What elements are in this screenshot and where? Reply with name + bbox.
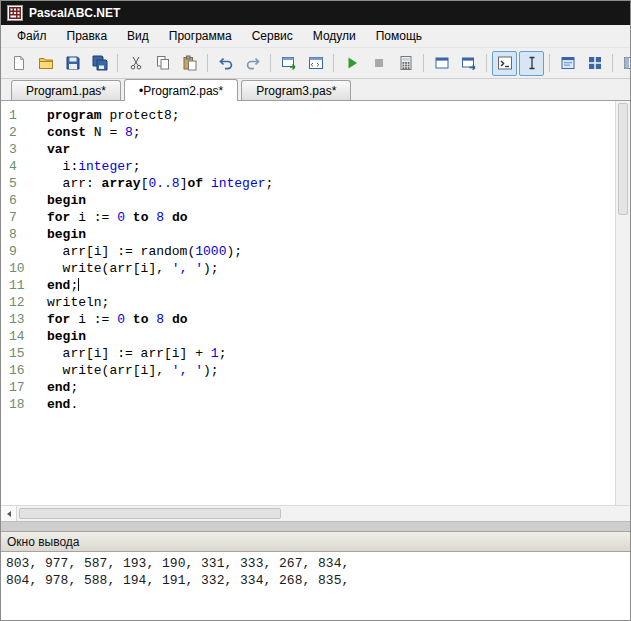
code-line[interactable]: var	[47, 141, 615, 158]
redo-button[interactable]	[240, 51, 265, 76]
tab-bar: Program1.pas*•Program2.pas*Program3.pas*	[1, 79, 630, 101]
code-line[interactable]: begin	[47, 192, 615, 209]
line-number-gutter: 123456789101112131415161718	[1, 101, 39, 505]
window-icon	[434, 55, 450, 71]
cut-button[interactable]	[123, 51, 148, 76]
code-segment: writeln;	[47, 295, 109, 310]
paste-icon	[182, 55, 198, 71]
output-panel-title: Окно вывода	[7, 535, 80, 549]
save-button[interactable]	[60, 51, 85, 76]
code-line[interactable]: writeln;	[47, 294, 615, 311]
horizontal-scrollbar-track[interactable]	[17, 506, 630, 521]
code-editor[interactable]: 123456789101112131415161718 program prot…	[1, 101, 630, 505]
code-segment	[164, 312, 172, 327]
code-segment: array	[102, 176, 141, 191]
window-title: PascalABC.NET	[29, 6, 120, 20]
code-line[interactable]: begin	[47, 226, 615, 243]
save-all-button[interactable]	[87, 51, 112, 76]
code-segment	[125, 312, 133, 327]
tab-program2[interactable]: •Program2.pas*	[124, 79, 238, 101]
code-segment: integer	[78, 159, 133, 174]
panel-splitter[interactable]	[1, 521, 630, 531]
code-line[interactable]: arr[i] := arr[i] + 1;	[47, 345, 615, 362]
code-segment: arr[i] := random(	[47, 244, 195, 259]
tab-program1[interactable]: Program1.pas*	[11, 80, 121, 101]
menu-file[interactable]: Файл	[7, 25, 57, 47]
show-code-button[interactable]	[303, 51, 328, 76]
toggle-output-window-button[interactable]	[492, 51, 517, 76]
code-line[interactable]: arr[i] := random(1000);	[47, 243, 615, 260]
output-line: 803, 977, 587, 193, 190, 331, 333, 267, …	[6, 555, 625, 572]
code-line[interactable]: for i := 0 to 8 do	[47, 311, 615, 328]
stop-button[interactable]	[366, 51, 391, 76]
window-list-button[interactable]	[429, 51, 454, 76]
compile-button[interactable]	[393, 51, 418, 76]
horizontal-scrollbar[interactable]	[1, 505, 630, 521]
menu-view[interactable]: Вид	[117, 25, 159, 47]
tab-program3[interactable]: Program3.pas*	[241, 80, 351, 101]
code-segment: var	[47, 142, 70, 157]
save-all-icon	[92, 55, 108, 71]
output-panel-body: 803, 977, 587, 193, 190, 331, 333, 267, …	[1, 552, 630, 620]
code-segment: ', '	[172, 363, 203, 378]
menu-help[interactable]: Помощь	[366, 25, 432, 47]
code-line[interactable]: end;	[47, 277, 615, 294]
code-line[interactable]: write(arr[i], ', ');	[47, 362, 615, 379]
line-number: 16	[9, 362, 39, 379]
code-segment: );	[226, 244, 242, 259]
redo-icon	[245, 55, 261, 71]
paste-button[interactable]	[177, 51, 202, 76]
run-button[interactable]	[339, 51, 364, 76]
code-segment: program	[47, 108, 102, 123]
line-number: 2	[9, 124, 39, 141]
code-line[interactable]: arr: array[0..8]of integer;	[47, 175, 615, 192]
open-folder-icon	[38, 55, 54, 71]
code-line[interactable]: begin	[47, 328, 615, 345]
menu-edit[interactable]: Правка	[57, 25, 118, 47]
toolbar-separator	[270, 54, 271, 72]
code-segment: to	[133, 210, 149, 225]
copy-button[interactable]	[150, 51, 175, 76]
code-segment: .	[70, 397, 78, 412]
dock-left-button[interactable]	[618, 51, 631, 76]
code-segment: i:	[47, 159, 78, 174]
code-area[interactable]: program protect8;const N = 8;var i:integ…	[39, 101, 615, 505]
code-line[interactable]: end;	[47, 379, 615, 396]
code-segment: begin	[47, 329, 86, 344]
open-file-button[interactable]	[33, 51, 58, 76]
toggle-text-cursor-button[interactable]	[519, 51, 544, 76]
code-segment: ;	[70, 380, 78, 395]
code-segment: );	[203, 363, 219, 378]
horizontal-scrollbar-thumb[interactable]	[19, 508, 281, 519]
show-form-button[interactable]	[276, 51, 301, 76]
menu-modules[interactable]: Модули	[303, 25, 366, 47]
scroll-left-arrow-icon[interactable]	[1, 506, 17, 521]
code-segment: 1	[211, 346, 219, 361]
code-segment: to	[133, 312, 149, 327]
code-line[interactable]: for i := 0 to 8 do	[47, 209, 615, 226]
line-number: 17	[9, 379, 39, 396]
code-line[interactable]: i:integer;	[47, 158, 615, 175]
new-file-button[interactable]	[6, 51, 31, 76]
symbols-grid-button[interactable]	[582, 51, 607, 76]
menu-service[interactable]: Сервис	[242, 25, 303, 47]
console-prompt-icon	[497, 55, 513, 71]
vertical-scrollbar[interactable]	[615, 101, 630, 505]
vertical-scrollbar-thumb[interactable]	[618, 103, 628, 215]
code-line[interactable]: end.	[47, 396, 615, 413]
code-line[interactable]: write(arr[i], ', ');	[47, 260, 615, 277]
undo-button[interactable]	[213, 51, 238, 76]
line-number: 12	[9, 294, 39, 311]
code-line[interactable]: program protect8;	[47, 107, 615, 124]
toolbar-separator	[486, 54, 487, 72]
cut-icon	[128, 55, 144, 71]
menu-program[interactable]: Программа	[159, 25, 242, 47]
code-segment: arr:	[47, 176, 102, 191]
code-segment: ', '	[172, 261, 203, 276]
title-bar: PascalABC.NET	[1, 1, 630, 25]
code-segment: for	[47, 312, 70, 327]
modules-window-button[interactable]	[555, 51, 580, 76]
code-line[interactable]: const N = 8;	[47, 124, 615, 141]
window-go-button[interactable]	[456, 51, 481, 76]
code-segment: ;	[219, 346, 227, 361]
